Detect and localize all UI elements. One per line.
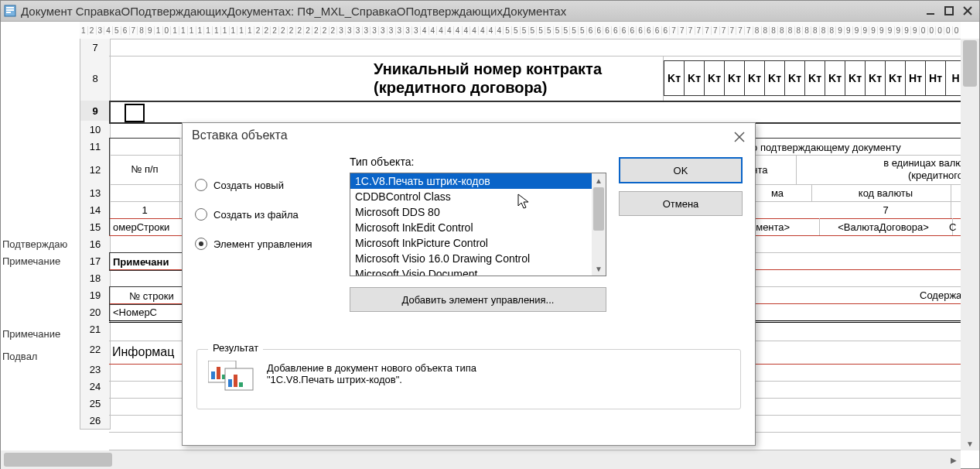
- radio-group: Создать новый Создать из файла Элемент у…: [195, 156, 350, 312]
- group-label: Подвал: [2, 351, 37, 362]
- group-label: Примечание: [2, 255, 60, 267]
- scrollbar-thumb[interactable]: [963, 40, 977, 87]
- dialog-close-button[interactable]: [730, 128, 749, 146]
- list-item[interactable]: CDDBControl Class: [350, 189, 606, 204]
- row-number[interactable]: 12: [80, 155, 111, 185]
- row-number[interactable]: 26: [80, 412, 111, 430]
- cell: 1: [109, 201, 180, 218]
- row-number[interactable]: 13: [80, 184, 111, 202]
- row-number[interactable]: 9: [80, 101, 111, 122]
- cell: Содержание: [883, 286, 961, 303]
- horizontal-scrollbar[interactable]: ◀ ▶: [1, 450, 961, 469]
- cell: С: [946, 218, 961, 235]
- group-label: Подтверждаю: [2, 238, 67, 250]
- close-button[interactable]: [959, 4, 976, 18]
- row-group-labels: Подтверждаю Примечание Примечание Подвал: [1, 39, 80, 450]
- add-control-button[interactable]: Добавить элемент управления...: [350, 287, 606, 312]
- ok-button[interactable]: OK: [619, 157, 743, 183]
- result-box: Результат Добавление в документ нового о…: [196, 349, 741, 409]
- result-label: Результат: [208, 342, 263, 354]
- row-number[interactable]: 7: [80, 39, 111, 56]
- result-chart-icon: [208, 361, 254, 392]
- row-number[interactable]: 24: [80, 378, 111, 395]
- row-number[interactable]: 8: [80, 56, 111, 101]
- result-text: Добавление в документ нового объекта тип…: [267, 362, 732, 385]
- minimize-button[interactable]: [922, 4, 939, 18]
- row-number[interactable]: 23: [80, 361, 111, 378]
- row-number[interactable]: 22: [80, 337, 111, 361]
- svg-rect-17: [239, 382, 243, 387]
- row-number[interactable]: 15: [80, 218, 111, 236]
- svg-rect-11: [211, 371, 215, 379]
- list-item[interactable]: Microsoft Visio Document: [350, 266, 606, 276]
- vertical-scrollbar[interactable]: ▲ ▼: [961, 39, 979, 450]
- row-number[interactable]: 21: [80, 320, 111, 338]
- scroll-right-icon[interactable]: ▶: [947, 450, 961, 469]
- object-type-label: Тип объекта:: [350, 156, 606, 168]
- selected-cell-marker: [125, 104, 145, 122]
- list-scrollbar[interactable]: ▲ ▼: [592, 173, 606, 276]
- row-number[interactable]: 16: [80, 235, 111, 253]
- cell: Информац: [109, 341, 193, 364]
- svg-rect-2: [6, 9, 14, 11]
- svg-rect-12: [217, 367, 220, 379]
- list-item[interactable]: Microsoft InkPicture Control: [350, 235, 606, 251]
- list-item[interactable]: Microsoft Visio 16.0 Drawing Control: [350, 251, 606, 266]
- cell: 7: [821, 201, 951, 218]
- radio-create-new[interactable]: Создать новый: [195, 179, 350, 191]
- group-label: Примечание: [2, 328, 60, 340]
- row-number[interactable]: 25: [80, 395, 111, 413]
- title-bar: Документ СправкаОПодтверждающихДокумента…: [1, 1, 979, 22]
- main-window: Документ СправкаОПодтверждающихДокумента…: [0, 0, 980, 469]
- radio-control-element[interactable]: Элемент управления: [195, 238, 350, 250]
- kt-cells: KтKтKтKтKтKтKтKтKтKтKтKтHтHтH: [664, 60, 961, 96]
- col-header: по подтверждающему документу: [743, 138, 961, 156]
- cell: в единицах валю(кредитного: [844, 155, 961, 184]
- col-header-np: № п/п: [109, 155, 180, 184]
- window-title: Документ СправкаОПодтверждающихДокумента…: [21, 5, 920, 18]
- scrollbar-thumb[interactable]: [593, 187, 604, 231]
- row-number[interactable]: 14: [80, 201, 111, 219]
- app-icon: [4, 5, 16, 17]
- row-number[interactable]: 17: [80, 252, 111, 270]
- cell: <ВалютаДоговора>: [814, 218, 953, 235]
- svg-rect-16: [234, 375, 237, 387]
- svg-rect-15: [228, 379, 232, 387]
- svg-rect-1: [6, 7, 14, 9]
- scroll-up-icon[interactable]: ▲: [592, 173, 606, 187]
- row-number[interactable]: 20: [80, 303, 111, 321]
- row-number[interactable]: 18: [80, 269, 111, 287]
- list-item[interactable]: Microsoft DDS 80: [350, 204, 606, 220]
- svg-rect-3: [6, 12, 11, 13]
- scrollbar-thumb[interactable]: [4, 453, 112, 467]
- row-number[interactable]: 10: [80, 121, 111, 139]
- maximize-button[interactable]: [941, 4, 958, 18]
- cell: код валюты: [821, 184, 951, 201]
- content-area: 1234567891011111111112222222222333333333…: [1, 22, 979, 469]
- row-number-gutter: 7891011121314151617181920212223242526: [80, 39, 109, 450]
- svg-rect-5: [945, 7, 953, 15]
- radio-create-from-file[interactable]: Создать из файла: [195, 208, 350, 221]
- cancel-button[interactable]: Отмена: [619, 191, 743, 216]
- object-type-list[interactable]: 1C.V8.Печать штрих-кодовCDDBControl Clas…: [350, 173, 606, 276]
- list-item[interactable]: Microsoft InkEdit Control: [350, 220, 606, 235]
- row-number[interactable]: 11: [80, 138, 111, 156]
- list-item[interactable]: 1C.V8.Печать штрих-кодов: [350, 173, 606, 189]
- scroll-down-icon[interactable]: ▼: [961, 436, 979, 450]
- contract-heading: Уникальный номер контракта (кредитного д…: [370, 56, 664, 101]
- scroll-down-icon[interactable]: ▼: [592, 262, 606, 276]
- insert-object-dialog: Вставка объекта Создать новый Создать из…: [182, 122, 756, 446]
- horizontal-ruler: 1234567891011111111112222222222333333333…: [80, 22, 961, 39]
- row-number[interactable]: 19: [80, 286, 111, 304]
- dialog-title: Вставка объекта: [183, 123, 755, 148]
